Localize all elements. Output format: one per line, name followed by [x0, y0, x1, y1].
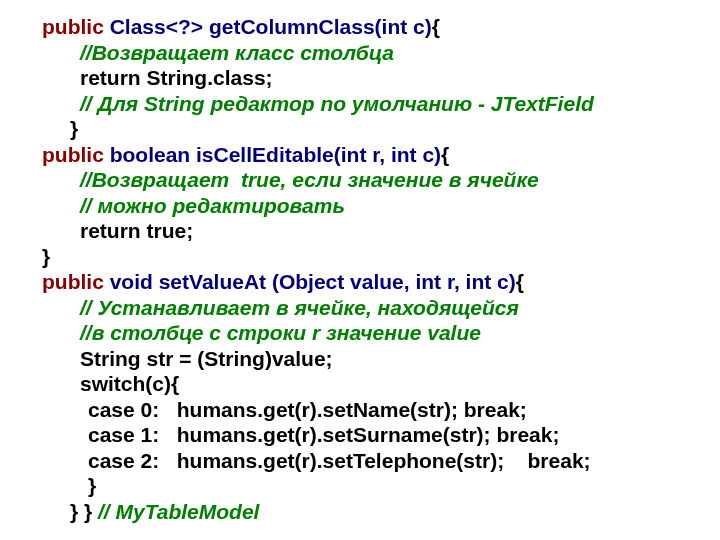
code-line: case 0: humans.get(r).setName(str); brea… — [42, 397, 720, 423]
code-line: return true; — [42, 218, 720, 244]
statement: case 1: humans.get(r).setSurname(str); b… — [88, 423, 559, 446]
keyword-type: void — [110, 270, 159, 293]
keyword-public: public — [42, 143, 110, 166]
comment: // можно редактировать — [80, 194, 345, 217]
code-line: //в столбце c строки r значение value — [42, 320, 720, 346]
brace: { — [516, 270, 524, 293]
method-signature: setValueAt (Object value, int r, int c) — [159, 270, 516, 293]
code-line: public boolean isCellEditable(int r, int… — [42, 142, 720, 168]
statement: return String.class; — [80, 66, 273, 89]
brace: } — [42, 245, 50, 268]
statement: case 2: humans.get(r).setTelephone(str);… — [88, 449, 591, 472]
comment: //Возвращает класс столбца — [80, 41, 394, 64]
code-line: case 1: humans.get(r).setSurname(str); b… — [42, 422, 720, 448]
statement: String str = (String)value; — [80, 347, 333, 370]
brace: { — [441, 143, 449, 166]
code-line: } — [42, 116, 720, 142]
statement: switch(c){ — [80, 372, 179, 395]
code-line: } — [42, 244, 720, 270]
code-line: //Возвращает класс столбца — [42, 40, 720, 66]
comment: //в столбце c строки r значение value — [80, 321, 481, 344]
code-line: //Возвращает true, если значение в ячейк… — [42, 167, 720, 193]
keyword-type: boolean — [110, 143, 196, 166]
statement: case 0: humans.get(r).setName(str); brea… — [88, 398, 527, 421]
brace: { — [432, 15, 440, 38]
code-line: // Для String редактор по умолчанию - JT… — [42, 91, 720, 117]
statement: return true; — [80, 219, 193, 242]
code-line: return String.class; — [42, 65, 720, 91]
comment: //Возвращает true, если значение в ячейк… — [80, 168, 539, 191]
code-line: public void setValueAt (Object value, in… — [42, 269, 720, 295]
code-line: case 2: humans.get(r).setTelephone(str);… — [42, 448, 720, 474]
keyword-public: public — [42, 15, 110, 38]
brace: } — [88, 474, 96, 497]
comment: // MyTableModel — [98, 500, 259, 523]
code-line: } — [42, 473, 720, 499]
brace: } — [70, 117, 78, 140]
code-line: switch(c){ — [42, 371, 720, 397]
method-signature: isCellEditable(int r, int c) — [196, 143, 441, 166]
code-line: public Class<?> getColumnClass(int c){ — [42, 14, 720, 40]
code-line: // можно редактировать — [42, 193, 720, 219]
code-line: // Устанавливает в ячейке, находящейся — [42, 295, 720, 321]
comment: // Для String редактор по умолчанию - JT… — [80, 92, 594, 115]
code-line: } } // MyTableModel — [42, 499, 720, 525]
code-line: String str = (String)value; — [42, 346, 720, 372]
braces: } } — [70, 500, 98, 523]
method-signature: Class<?> getColumnClass(int c) — [110, 15, 432, 38]
comment: // Устанавливает в ячейке, находящейся — [80, 296, 519, 319]
keyword-public: public — [42, 270, 110, 293]
